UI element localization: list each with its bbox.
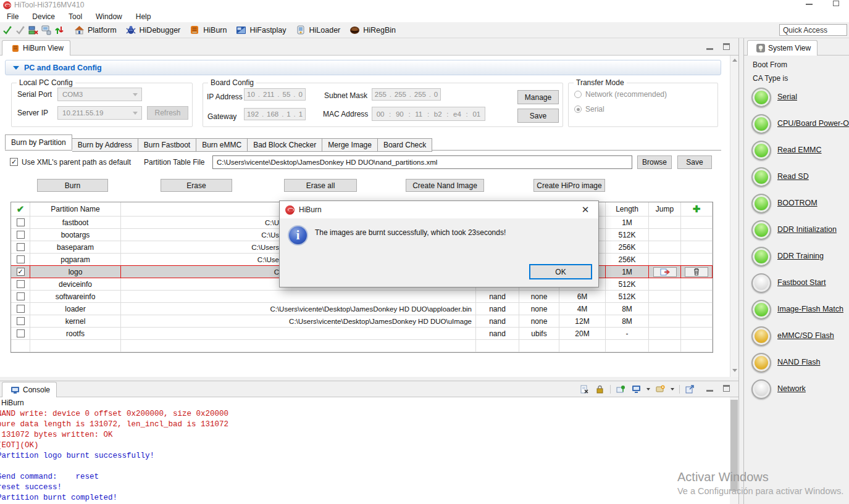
tool-hifastplay[interactable]: HiFastplay [235,25,286,35]
system-step-link[interactable]: Read EMMC [777,146,822,154]
disconnect-icon[interactable] [15,25,26,35]
row-checkbox[interactable] [17,292,25,300]
tab-system-view[interactable]: System View [747,40,818,56]
browse-button[interactable]: Browse [637,155,672,169]
dialog-close-icon[interactable]: ✕ [580,204,591,215]
open-console-icon[interactable] [655,384,666,394]
open-new-view-icon[interactable] [685,384,695,394]
quick-access-input[interactable] [779,24,847,36]
upload-download-icon[interactable] [54,25,65,35]
tool-hidebugger[interactable]: HiDebugger [125,25,181,35]
system-step-link[interactable]: Serial [777,93,797,101]
row-checkbox[interactable] [17,218,25,226]
display-selected-console-icon[interactable] [631,384,642,394]
system-step-link[interactable]: Network [777,384,806,393]
scroll-down-icon[interactable] [732,369,737,372]
tab-console[interactable]: Console [2,382,57,397]
tab-merge-image[interactable]: Merge Image [322,138,378,152]
menu-tool[interactable]: Tool [62,12,89,21]
led-amber-icon [751,353,771,373]
system-step-link[interactable]: DDR Initialization [777,225,837,234]
pc-board-config-header[interactable]: PC and Board Config [5,60,721,75]
console-scrollbar[interactable] [730,397,738,504]
dropdown-arrow-icon[interactable] [671,388,674,390]
table-cell [11,254,30,266]
xml-parent-path-checkbox[interactable]: ✓ [10,158,18,166]
row-checkbox[interactable]: ✓ [17,268,25,276]
row-checkbox[interactable] [17,305,25,313]
system-step-link[interactable]: Read SD [777,172,809,181]
board-save-button[interactable]: Save [517,109,559,123]
action-burn[interactable]: Burn [37,179,108,192]
system-step-link[interactable]: DDR Training [777,252,824,260]
partition-row-rootfs[interactable]: rootfsnandubifs20M- [11,328,713,340]
jump-button[interactable] [653,267,677,277]
dialog-ok-button[interactable]: OK [529,264,592,279]
action-create-hipro-image[interactable]: Create HiPro image [533,179,605,192]
manage-button[interactable]: Manage [517,90,559,104]
partition-length: 1M [622,218,632,227]
row-checkbox[interactable] [17,243,25,251]
platform-home-icon [73,25,85,35]
console-minimize-icon[interactable] [706,390,713,392]
panel-minimize-icon[interactable] [706,48,713,50]
scroll-lock-icon[interactable] [595,384,605,394]
action-erase-all[interactable]: Erase all [284,179,357,192]
window-maximize-button[interactable] [833,1,839,6]
menu-help[interactable]: Help [129,12,158,21]
device-list-icon[interactable] [28,25,39,35]
system-step-link[interactable]: BOOTROM [777,199,818,207]
partition-table-file-input[interactable]: C:\Users\vicente\Desktop\JamesDonkey HD … [212,155,632,169]
console-maximize-icon[interactable] [723,385,730,392]
partition-row-softwareinfo[interactable]: softwareinfonandnone6M512K [11,291,713,303]
tab-burn-by-address[interactable]: Burn by Address [72,138,138,152]
tab-board-check[interactable]: Board Check [378,138,432,152]
tab-bad-block-checker[interactable]: Bad Block Checker [248,138,322,152]
subnet-segment: 0 [433,91,438,98]
menu-device[interactable]: Device [25,12,62,21]
system-step-link[interactable]: NAND Flash [777,358,820,366]
burn-tab-strip: Burn by PartitionBurn by AddressBurn Fas… [5,136,721,151]
window-minimize-button[interactable] [806,4,813,5]
radio-serial: Serial [574,105,604,114]
partition-row-kernel[interactable]: kernelC:\Users\vicente\Desktop\JamesDonk… [11,315,713,328]
tab-burn-emmc[interactable]: Burn eMMC [196,138,248,152]
row-checkbox[interactable] [17,255,25,263]
console-scroll-thumb[interactable] [730,400,738,491]
action-create-nand-image[interactable]: Create Nand Image [406,179,484,192]
action-erase[interactable]: Erase [161,179,232,192]
vertical-scrollbar[interactable] [730,56,738,377]
row-checkbox[interactable] [17,317,25,325]
tool-hiregbin[interactable]: HiRegBin [349,25,396,35]
table-cell [649,254,681,266]
panel-maximize-icon[interactable] [723,43,730,50]
row-checkbox[interactable] [17,280,25,288]
scroll-up-icon[interactable] [732,59,737,62]
file-save-button[interactable]: Save [677,155,712,169]
row-checkbox[interactable] [17,329,25,337]
tab-hiburn-view[interactable]: HiBurn View [2,40,70,56]
dropdown-arrow-icon[interactable] [646,388,650,390]
tool-hiburn[interactable]: HiBurn [189,25,227,35]
system-step-link[interactable]: eMMC/SD Flash [777,331,834,340]
system-step-link[interactable]: Fastboot Start [777,278,826,287]
system-step-link[interactable]: CPU/Board Power-On [777,119,849,128]
system-step-link[interactable]: Image-Flash Match [777,305,843,313]
tool-hiloader[interactable]: HiLoader [295,25,341,35]
menu-file[interactable]: File [0,12,25,21]
delete-partition-button[interactable] [685,267,708,277]
row-checkbox[interactable] [17,231,25,239]
remote-pc-icon[interactable] [41,25,52,35]
connect-icon[interactable] [2,25,13,35]
clear-console-icon[interactable] [579,384,590,394]
partition-row-loader[interactable]: loaderC:\Users\vicente\Desktop\JamesDonk… [11,303,713,315]
ip-address-label: IP Address [207,93,243,101]
add-partition-icon[interactable]: ✚ [693,204,701,215]
table-cell: logo [30,266,121,278]
menu-window[interactable]: Window [89,12,129,21]
tool-platform[interactable]: Platform [73,25,117,35]
tab-burn-fastboot[interactable]: Burn Fastboot [138,138,196,152]
pin-console-icon[interactable] [616,384,626,394]
tab-burn-by-partition[interactable]: Burn by Partition [5,134,72,150]
table-cell: C:\Users\vicente\Desktop\JamesDonkey HD … [121,303,476,315]
